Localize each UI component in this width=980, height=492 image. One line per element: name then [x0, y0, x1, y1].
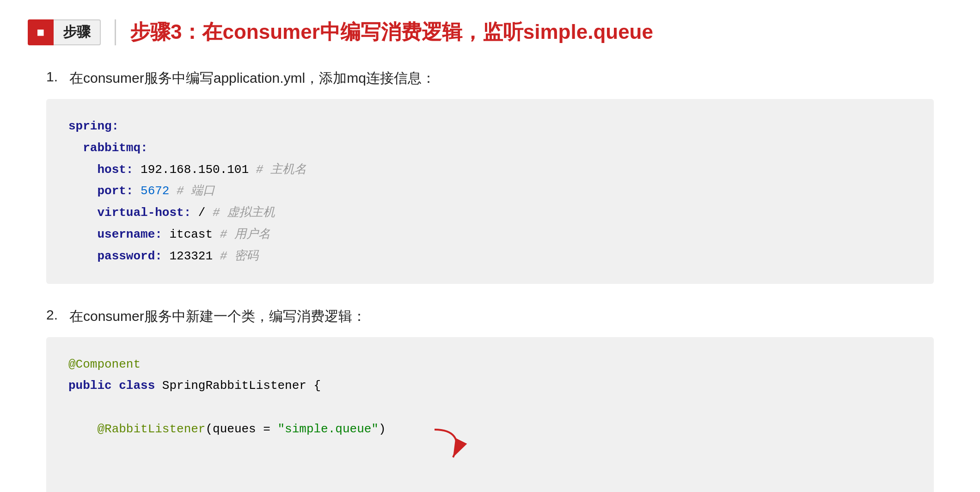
- section-2-text: 2. 在consumer服务中新建一个类，编写消费逻辑：: [46, 307, 952, 326]
- yaml-code-block: spring: rabbitmq: host: 192.168.150.101 …: [46, 99, 934, 284]
- step-label: 步骤: [54, 19, 101, 45]
- java-line-class: public class SpringRabbitListener {: [68, 375, 912, 397]
- java-code-block: @Component public class SpringRabbitList…: [46, 337, 934, 492]
- page-container: ■ 步骤 步骤3：在consumer中编写消费逻辑，监听simple.queue…: [28, 18, 952, 492]
- step-label-text: 步骤: [63, 23, 91, 42]
- yaml-comment-username: # 用户名: [220, 228, 270, 241]
- yaml-key-rabbitmq: rabbitmq:: [83, 141, 147, 155]
- yaml-val-username: itcast: [162, 228, 220, 241]
- yaml-val-vhost: /: [191, 206, 213, 220]
- yaml-key-spring: spring:: [68, 119, 119, 133]
- yaml-key-password: password:: [97, 249, 162, 263]
- java-line-annotation-rabbit: @RabbitListener(queues = "simple.queue"): [68, 418, 912, 492]
- yaml-key-port: port:: [97, 184, 133, 198]
- yaml-line-1: spring:: [68, 116, 912, 137]
- section-2-description: 在consumer服务中新建一个类，编写消费逻辑：: [69, 307, 366, 326]
- yaml-val-password: 123321: [162, 249, 220, 263]
- yaml-comment-port: # 端口: [169, 184, 215, 198]
- yaml-line-4: port: 5672 # 端口: [68, 180, 912, 202]
- section-2-number: 2.: [46, 307, 65, 323]
- yaml-comment-password: # 密码: [220, 249, 258, 263]
- step-icon-symbol: ■: [37, 25, 45, 40]
- yaml-comment-host: # 主机名: [256, 163, 306, 177]
- page-title: 步骤3：在consumer中编写消费逻辑，监听simple.queue: [130, 18, 653, 46]
- java-line-blank: [68, 397, 912, 418]
- yaml-comment-vhost: # 虚拟主机: [213, 206, 275, 220]
- kw-public-1: public: [68, 379, 112, 393]
- section-1-text: 1. 在consumer服务中编写application.yml，添加mq连接信…: [46, 69, 952, 88]
- section-1-description: 在consumer服务中编写application.yml，添加mq连接信息：: [69, 69, 435, 88]
- red-arrow-svg: [425, 430, 481, 467]
- yaml-key-username: username:: [97, 228, 162, 241]
- section-1-number: 1.: [46, 69, 65, 85]
- java-string-queue: "simple.queue": [278, 422, 379, 436]
- kw-class: class: [119, 379, 155, 393]
- step-icon: ■: [28, 19, 54, 45]
- yaml-key-host: host:: [97, 163, 133, 177]
- yaml-line-7: password: 123321 # 密码: [68, 246, 912, 267]
- yaml-line-2: rabbitmq:: [68, 137, 912, 159]
- annotation-rabbit: @RabbitListener: [97, 422, 205, 436]
- section-2: 2. 在consumer服务中新建一个类，编写消费逻辑： @Component …: [28, 307, 952, 492]
- yaml-line-3: host: 192.168.150.101 # 主机名: [68, 159, 912, 181]
- header-row: ■ 步骤 步骤3：在consumer中编写消费逻辑，监听simple.queue: [28, 18, 952, 46]
- header-divider: [115, 19, 116, 45]
- annotation-component: @Component: [68, 357, 141, 371]
- step-badge: ■ 步骤: [28, 19, 101, 45]
- section-1: 1. 在consumer服务中编写application.yml，添加mq连接信…: [28, 69, 952, 284]
- yaml-line-6: username: itcast # 用户名: [68, 224, 912, 246]
- yaml-line-5: virtual-host: / # 虚拟主机: [68, 202, 912, 224]
- java-line-annotation-component: @Component: [68, 354, 912, 375]
- yaml-val-port: 5672: [133, 184, 169, 198]
- yaml-key-vhost: virtual-host:: [97, 206, 191, 220]
- yaml-val-host: 192.168.150.101: [133, 163, 256, 177]
